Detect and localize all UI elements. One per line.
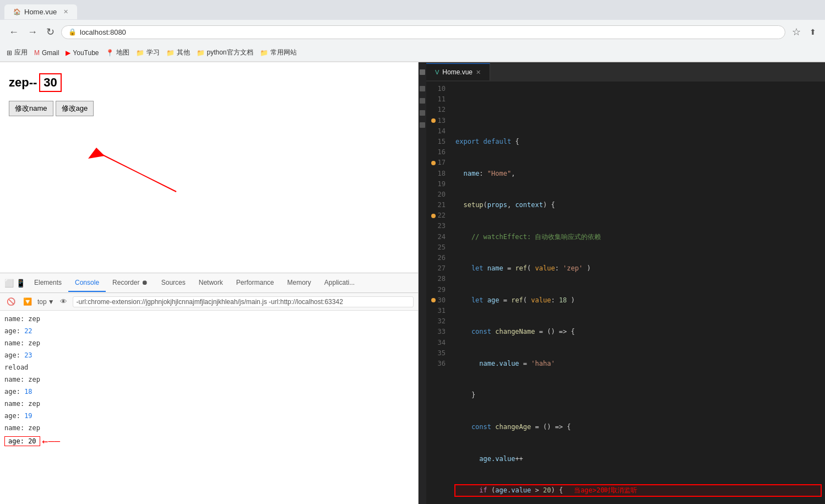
line-num-23: 23 [426,221,451,231]
folder-icon-2: 📁 [166,49,175,57]
main-area: zep-- 30 修改name 修改age ⬜ 📱 [0,62,825,504]
line-num-19: 19 [426,179,451,189]
tab-label: Home.vue [24,8,57,16]
code-text: { [515,137,519,147]
clear-console-button[interactable]: 🚫 [4,296,18,307]
tab-network[interactable]: Network [192,274,230,292]
blue-value: 19 [24,412,32,420]
code-text [455,200,463,210]
line-num-11: 11 [426,94,451,105]
sidebar-icon-4 [420,122,425,128]
filter-toggle-button[interactable]: 🔽 [21,296,34,307]
page-title: zep-- 30 [9,73,409,92]
code-text: name [487,263,507,274]
bookmark-button[interactable]: ☆ [790,24,803,40]
console-text: reload [4,362,28,372]
youtube-icon: ▶ [66,49,70,57]
share-button[interactable]: ⬆ [807,25,818,39]
bookmark-common[interactable]: 📁 常用网站 [260,48,297,57]
bookmark-python[interactable]: 📁 python官方文档 [197,48,253,57]
list-item: name: zep [4,337,414,349]
bookmark-study[interactable]: 📁 学习 [136,48,160,57]
back-button[interactable]: ← [7,24,21,40]
tab-sources[interactable]: Sources [155,274,192,292]
code-text: ref [511,295,523,306]
eye-button[interactable]: 👁 [58,296,69,307]
filter-input[interactable]: -url:chrome-extension://jgphnjokjhjlcnna… [73,296,414,307]
code-line-14: // watchEffect: 自动收集响应式的依赖 [455,232,821,242]
list-item: age: 22 [4,325,414,337]
devtools-device-button[interactable]: 📱 [16,279,25,288]
tab-console[interactable]: Console [68,274,106,292]
code-text: = [503,295,511,306]
line-num-24: 24 [426,232,451,242]
bookmark-youtube[interactable]: ▶ YouTube [66,49,99,57]
console-text: name: zep [4,375,40,384]
console-text: name: zep [4,423,40,433]
devtools-inspect-button[interactable]: ⬜ [4,279,14,288]
bookmark-apps[interactable]: ⊞ 应用 [7,48,28,57]
bookmark-apps-label: 应用 [14,48,28,57]
line-num-25: 25 [426,242,451,253]
context-selector[interactable]: top ▼ [37,298,55,306]
list-item: name: zep [4,422,414,434]
reload-button[interactable]: ↻ [44,24,57,40]
vscode-tab-home[interactable]: V Home.vue ✕ [426,63,490,80]
highlighted-console-line: age: 20 [4,436,40,446]
tab-performance[interactable]: Performance [230,274,281,292]
browser-chrome: 🏠 Home.vue ✕ ← → ↻ 🔒 localhost:8080 ☆ ⬆ … [0,0,825,62]
code-line-17: const changeName = () => { [455,327,821,337]
annotation-text: 当age>20时取消监听 [574,485,637,496]
code-line-11: export default { [455,137,821,147]
tab-close[interactable]: ✕ [63,8,68,15]
breakpoint-dot-17 [431,161,436,165]
code-text: const [455,327,495,337]
blue-value: 18 [24,388,32,395]
list-item: name: zep [4,313,414,325]
bookmark-other[interactable]: 📁 其他 [166,48,190,57]
tab-elements[interactable]: Elements [28,274,68,292]
code-text: = [539,327,547,337]
line-num-32: 32 [426,316,451,327]
title-number: 30 [39,73,61,92]
context-arrow: ▼ [48,298,55,306]
line-num-34: 34 [426,338,451,348]
change-age-button[interactable]: 修改age [56,101,94,116]
code-text: : [555,263,563,274]
line-num-33: 33 [426,327,451,337]
code-text: : [479,169,487,179]
list-item: age: 19 [4,410,414,422]
code-text: ref [515,263,527,274]
code-text: () => { [543,422,571,432]
tab-memory[interactable]: Memory [281,274,318,292]
annotation-arrow [77,148,187,216]
devtools-toolbar: 🚫 🔽 top ▼ 👁 -url:chrome-extension://jgph… [0,293,418,311]
address-bar[interactable]: 🔒 localhost:8080 [61,25,785,39]
tab-recorder[interactable]: Recorder ⏺ [106,274,155,292]
bookmark-map[interactable]: 📍 地图 [106,48,129,57]
code-text: let [455,263,487,274]
line-num-21: 21 [426,200,451,210]
bookmark-gmail[interactable]: M Gmail [34,49,59,57]
line-num-28: 28 [426,274,451,284]
vscode-tab-close[interactable]: ✕ [476,69,481,76]
console-text: age: 23 [4,350,32,360]
breakpoint-dot-30 [431,298,436,302]
code-text: // watchEffect: 自动收集响应式的依赖 [455,232,601,242]
tab-application[interactable]: Applicati... [318,274,361,292]
bookmarks-bar: ⊞ 应用 M Gmail ▶ YouTube 📍 地图 📁 学习 📁 其他 📁 … [0,44,825,62]
code-line-19: } [455,390,821,400]
code-line-13: setup(props, context) { [455,200,821,210]
line-num-14: 14 [426,126,451,137]
browser-tab[interactable]: 🏠 Home.vue ✕ [4,4,77,19]
code-text: } [455,390,475,400]
code-text: name.value [455,359,523,369]
change-name-button[interactable]: 修改name [9,101,53,116]
bookmark-study-label: 学习 [146,48,160,57]
list-item: age: 20 ←—— [4,434,414,448]
vscode-panel: V Home.vue ✕ 10 11 12 13 14 15 16 [419,62,825,504]
code-content[interactable]: export default { name: "Home", setup(pro… [451,82,825,504]
forward-button[interactable]: → [25,24,40,40]
bookmark-youtube-label: YouTube [73,49,99,57]
folder-icon-4: 📁 [260,49,268,57]
